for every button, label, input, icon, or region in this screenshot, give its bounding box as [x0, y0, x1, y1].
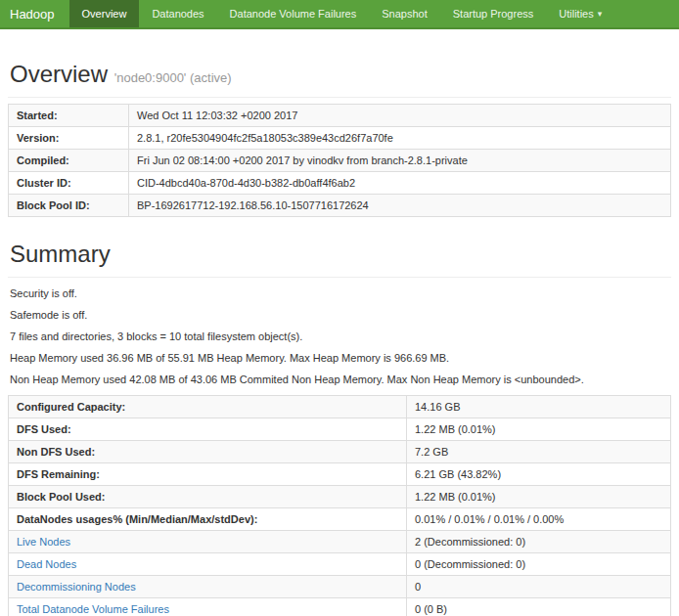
divider [8, 277, 671, 278]
info-value-block-pool-id: BP-1692617712-192.168.56.10-150771617262… [129, 195, 671, 217]
summary-heading: Summary [10, 241, 671, 268]
info-label-cluster-id: Cluster ID: [9, 172, 129, 195]
table-row: Live Nodes 2 (Decommissioned: 0) [9, 531, 671, 553]
dead-nodes-link[interactable]: Dead Nodes [17, 558, 76, 570]
brand-hadoop[interactable]: Hadoop [0, 0, 69, 27]
summary-line-security: Security is off. [10, 287, 669, 299]
overview-title: Overview [10, 61, 108, 87]
summary-line-filesystem-objects: 7 files and directories, 3 blocks = 10 t… [10, 330, 669, 342]
summary-line-safemode: Safemode is off. [10, 309, 669, 321]
stat-label-dfs-used: DFS Used: [9, 418, 407, 441]
live-nodes-link[interactable]: Live Nodes [17, 536, 70, 548]
stat-value-dead-nodes: 0 (Decommissioned: 0) [407, 553, 671, 576]
summary-stats-table: Configured Capacity: 14.16 GB DFS Used: … [8, 395, 671, 616]
nav-tab-utilities-label: Utilities [559, 8, 593, 20]
stat-label-configured-capacity: Configured Capacity: [9, 396, 407, 418]
stat-value-configured-capacity: 14.16 GB [407, 396, 671, 418]
info-label-version: Version: [9, 127, 129, 150]
stat-value-decommissioning-nodes: 0 [407, 576, 671, 598]
overview-subtitle: 'node0:9000' (active) [114, 70, 232, 85]
stat-value-block-pool-used: 1.22 MB (0.01%) [407, 486, 671, 508]
stat-value-non-dfs-used: 7.2 GB [407, 441, 671, 463]
table-row: Block Pool Used: 1.22 MB (0.01%) [9, 486, 671, 508]
info-value-version: 2.8.1, r20fe5304904fc2f5a18053c389e43cd2… [129, 127, 671, 150]
table-row: Cluster ID: CID-4dbcd40a-870d-4d30-b382-… [9, 172, 671, 195]
nav-tab-datanode-volume-failures[interactable]: Datanode Volume Failures [217, 0, 370, 27]
info-value-compiled: Fri Jun 02 08:14:00 +0200 2017 by vinodk… [129, 150, 671, 172]
stat-label-non-dfs-used: Non DFS Used: [9, 441, 407, 463]
table-row: DataNodes usages% (Min/Median/Max/stdDev… [9, 508, 671, 531]
stat-value-volume-failures: 0 (0 B) [407, 598, 671, 616]
nav-tab-snapshot[interactable]: Snapshot [369, 0, 439, 27]
table-row: Total Datanode Volume Failures 0 (0 B) [9, 598, 671, 616]
top-navbar: Hadoop Overview Datanodes Datanode Volum… [0, 0, 679, 29]
table-row: DFS Remaining: 6.21 GB (43.82%) [9, 463, 671, 486]
table-row: Started: Wed Oct 11 12:03:32 +0200 2017 [9, 105, 671, 127]
nav-tab-datanodes[interactable]: Datanodes [139, 0, 216, 27]
stat-label-block-pool-used: Block Pool Used: [9, 486, 407, 508]
summary-line-non-heap-memory: Non Heap Memory used 42.08 MB of 43.06 M… [10, 374, 669, 385]
table-row: Dead Nodes 0 (Decommissioned: 0) [9, 553, 671, 576]
caret-down-icon: ▾ [598, 9, 603, 19]
summary-line-heap-memory: Heap Memory used 36.96 MB of 55.91 MB He… [10, 352, 669, 364]
stat-value-dfs-remaining: 6.21 GB (43.82%) [407, 463, 671, 486]
table-row: Non DFS Used: 7.2 GB [9, 441, 671, 463]
overview-heading: Overview 'node0:9000' (active) [10, 61, 671, 88]
overview-info-table: Started: Wed Oct 11 12:03:32 +0200 2017 … [8, 104, 671, 217]
table-row: Decommissioning Nodes 0 [9, 576, 671, 598]
nav-tab-startup-progress[interactable]: Startup Progress [440, 0, 547, 27]
stat-value-live-nodes: 2 (Decommissioned: 0) [407, 531, 671, 553]
table-row: Compiled: Fri Jun 02 08:14:00 +0200 2017… [9, 150, 671, 172]
info-value-cluster-id: CID-4dbcd40a-870d-4d30-b382-db0aff4f6ab2 [129, 172, 671, 195]
decommissioning-nodes-link[interactable]: Decommissioning Nodes [17, 581, 136, 593]
info-label-block-pool-id: Block Pool ID: [9, 195, 129, 217]
page-content: Overview 'node0:9000' (active) Started: … [0, 61, 679, 616]
stat-label-dfs-remaining: DFS Remaining: [9, 463, 407, 486]
total-datanode-volume-failures-link[interactable]: Total Datanode Volume Failures [17, 603, 169, 615]
nav-tab-utilities[interactable]: Utilities ▾ [546, 0, 614, 27]
nav-tab-overview[interactable]: Overview [69, 0, 140, 27]
table-row: Block Pool ID: BP-1692617712-192.168.56.… [9, 195, 671, 217]
table-row: DFS Used: 1.22 MB (0.01%) [9, 418, 671, 441]
stat-label-datanode-usages: DataNodes usages% (Min/Median/Max/stdDev… [9, 508, 407, 531]
info-label-started: Started: [9, 105, 129, 127]
info-value-started: Wed Oct 11 12:03:32 +0200 2017 [129, 105, 671, 127]
info-label-compiled: Compiled: [9, 150, 129, 172]
stat-value-dfs-used: 1.22 MB (0.01%) [407, 418, 671, 441]
stat-value-datanode-usages: 0.01% / 0.01% / 0.01% / 0.00% [407, 508, 671, 531]
divider [8, 97, 671, 98]
table-row: Configured Capacity: 14.16 GB [9, 396, 671, 418]
table-row: Version: 2.8.1, r20fe5304904fc2f5a18053c… [9, 127, 671, 150]
